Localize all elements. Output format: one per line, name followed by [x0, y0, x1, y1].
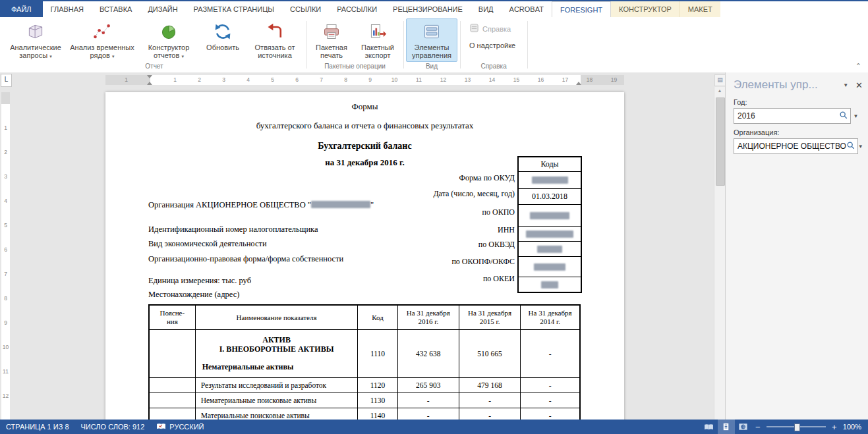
search-icon[interactable] — [839, 111, 848, 122]
ruler-number: 19 — [602, 75, 624, 85]
refresh-button[interactable]: Обновить — [200, 18, 245, 62]
page-indicator[interactable]: СТРАНИЦА 1 ИЗ 8 — [0, 420, 75, 434]
tab-insert[interactable]: ВСТАВКА — [92, 1, 140, 17]
pane-close-icon[interactable]: ✕ — [855, 80, 863, 90]
year-field-label: Год: — [734, 98, 861, 106]
ruler-number: 5 — [0, 213, 11, 238]
analytic-queries-button[interactable]: Аналитические запросы ▾ — [5, 18, 67, 62]
document-canvas: Формы бухгалтерского баланса и отчета о … — [11, 87, 714, 420]
section-subtitle: I. ВНЕОБОРОТНЫЕ АКТИВЫ — [198, 344, 355, 354]
print-layout-button[interactable] — [718, 420, 735, 434]
tab-view[interactable]: ВИД — [471, 1, 502, 17]
ruler-number: 3 — [212, 75, 236, 85]
batch-export-icon — [368, 22, 387, 41]
doc-line-activity: Вид экономической деятельности — [148, 239, 267, 249]
tab-stop-selector[interactable]: L — [1, 74, 12, 87]
right-indent-marker[interactable] — [576, 82, 581, 85]
ruler-number: 6 — [285, 75, 309, 85]
language-indicator[interactable]: РУССКИЙ — [150, 420, 210, 434]
codes-label-okud: Форма по ОКУД — [459, 170, 515, 186]
ruler-number: 15 — [504, 75, 529, 85]
proofing-book-icon — [156, 423, 166, 431]
tab-table-layout[interactable]: МАКЕТ — [680, 1, 720, 17]
header-2016: На 31 декабря2016 г. — [397, 305, 459, 330]
codes-value-okei — [519, 277, 581, 292]
web-layout-button[interactable] — [735, 420, 752, 434]
tab-page-layout[interactable]: РАЗМЕТКА СТРАНИЦЫ — [186, 1, 282, 17]
tab-references[interactable]: ССЫЛКИ — [282, 1, 329, 17]
redacted-value — [534, 263, 565, 271]
horizontal-ruler: 112345678910111213141516171819 — [105, 75, 624, 85]
year-value: 2016 — [738, 111, 839, 121]
time-series-button[interactable]: Анализ временных рядов ▾ — [67, 18, 137, 62]
first-line-indent-marker[interactable] — [147, 75, 152, 78]
section-title: АКТИВ — [198, 335, 355, 344]
collapse-ribbon-button[interactable]: ⌃ — [855, 63, 861, 69]
word-count[interactable]: ЧИСЛО СЛОВ: 912 — [75, 420, 151, 434]
search-icon[interactable] — [846, 141, 855, 152]
zoom-in-button[interactable]: + — [828, 422, 840, 432]
ruler-number: 8 — [333, 75, 358, 85]
codes-label-date: Дата (число, месяц, год) — [433, 186, 515, 202]
ruler-number: 12 — [431, 75, 455, 85]
tab-foresight[interactable]: FORESIGHT — [552, 1, 611, 17]
zoom-out-button[interactable]: − — [752, 422, 764, 432]
redacted-value — [537, 246, 562, 253]
batch-export-button[interactable]: Пакетный экспорт — [355, 18, 401, 62]
year-dropdown-arrow[interactable]: ▼ — [851, 109, 861, 123]
scrollbar-thumb[interactable] — [716, 97, 725, 186]
ruler-number: 9 — [0, 311, 11, 335]
doc-line-location: Местонахождение (адрес) — [148, 290, 239, 300]
document-page[interactable]: Формы бухгалтерского баланса и отчета о … — [105, 92, 624, 420]
tab-design[interactable]: ДИЗАЙН — [140, 1, 185, 17]
unlink-source-button[interactable]: Отвязать от источника — [246, 18, 304, 62]
batch-print-label: Пакетная печать — [316, 43, 347, 59]
ruler-number: 13 — [455, 75, 480, 85]
about-addin-button[interactable]: О надстройке — [465, 38, 519, 53]
batch-print-button[interactable]: Пакетная печать — [309, 18, 354, 62]
ruler-number: 2 — [0, 140, 11, 165]
vertical-scrollbar[interactable]: ▲ — [714, 87, 725, 420]
org-dropdown-arrow[interactable]: ▼ — [858, 139, 863, 153]
ruler-number: 6 — [0, 238, 11, 262]
org-suffix: " — [370, 200, 374, 209]
codes-value-okopf — [519, 257, 581, 277]
zoom-slider-thumb[interactable] — [794, 423, 800, 431]
scroll-up-arrow[interactable]: ▲ — [714, 88, 725, 93]
tab-home[interactable]: ГЛАВНАЯ — [43, 1, 92, 17]
year-combobox[interactable]: 2016 — [734, 108, 851, 124]
tab-file[interactable]: ФАЙЛ — [0, 1, 43, 17]
org-combobox[interactable]: АКЦИОНЕРНОЕ ОБЩЕСТВО — [734, 138, 858, 154]
codes-header: Коды — [519, 157, 581, 172]
codes-value-okud — [519, 172, 581, 189]
zoom-slider[interactable] — [767, 426, 826, 427]
ruler-toggle-icon[interactable]: ▤ — [714, 74, 725, 86]
read-mode-button[interactable] — [701, 420, 718, 434]
pane-options-icon[interactable]: ▼ — [843, 82, 848, 88]
tab-mailings[interactable]: РАССЫЛКИ — [329, 1, 385, 17]
help-label: Справка — [482, 25, 511, 33]
report-builder-button[interactable]: Конструктор отчетов ▾ — [138, 18, 200, 62]
redacted-value — [530, 212, 569, 219]
tab-review[interactable]: РЕЦЕНЗИРОВАНИЕ — [385, 1, 471, 17]
unlink-source-label: Отвязать от источника — [255, 43, 295, 59]
ruler-number: 9 — [358, 75, 382, 85]
tab-table-design[interactable]: КОНСТРУКТОР — [611, 1, 680, 17]
unlink-source-icon — [266, 22, 284, 41]
document-region: L 112345678910111213141516171819 ▤ 12345… — [0, 72, 725, 420]
batch-print-icon — [322, 22, 341, 41]
redacted-value — [526, 231, 573, 238]
tab-acrobat[interactable]: ACROBAT — [502, 1, 552, 17]
analytic-queries-label: Аналитические запросы — [10, 43, 61, 59]
doc-line-inn: Идентификационный номер налогоплательщик… — [148, 225, 318, 234]
codes-label-okei: по ОКЕИ — [483, 271, 515, 286]
redacted-org-name — [311, 201, 370, 208]
controls-pane-button[interactable]: Элементы управления — [406, 18, 457, 62]
org-prefix: Организация АКЦИОНЕРНОЕ ОБЩЕСТВО " — [148, 200, 311, 209]
hanging-indent-marker[interactable] — [147, 82, 152, 85]
controls-pane-icon — [422, 22, 441, 41]
controls-pane-label: Элементы управления — [412, 43, 451, 59]
zoom-percent[interactable]: 100% — [840, 423, 868, 431]
dropdown-arrow-icon: ▾ — [112, 54, 115, 59]
doc-line-form: Организационно-правовая форма/форма собс… — [148, 254, 343, 264]
